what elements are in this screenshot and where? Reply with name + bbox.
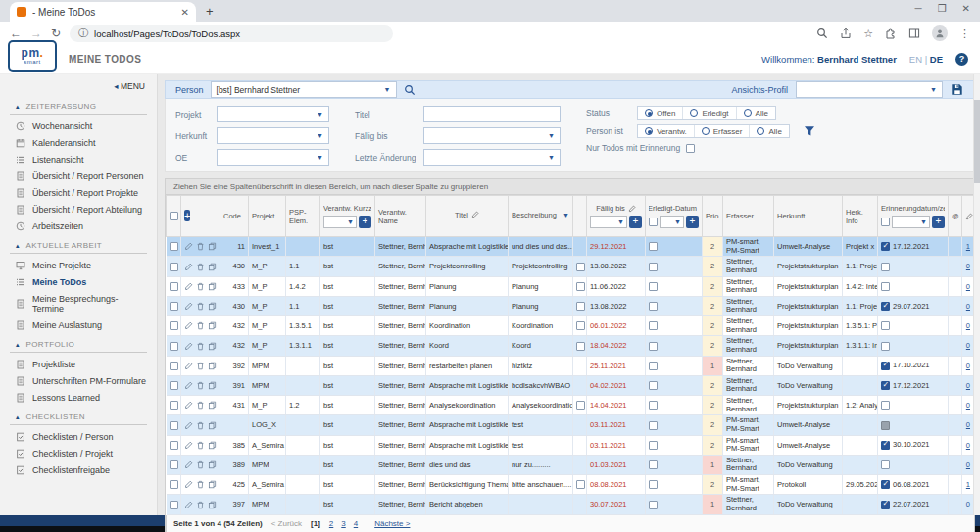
side-panel-icon[interactable] (908, 27, 920, 39)
checkbox[interactable] (881, 342, 890, 351)
kurzz-filter-add[interactable]: + (359, 216, 371, 228)
delete-row-icon[interactable] (196, 500, 205, 508)
count-link[interactable]: 0 (965, 401, 970, 410)
edit-row-icon[interactable] (184, 401, 193, 410)
herkunft-select[interactable]: ▼ (217, 127, 329, 144)
count-link[interactable]: 0 (965, 441, 970, 450)
col-erledigt[interactable]: Erledigt-Datum ▼+ (646, 196, 703, 237)
checkbox[interactable] (649, 501, 658, 509)
share-icon[interactable] (840, 27, 852, 39)
edit-row-icon[interactable] (184, 361, 193, 369)
sidebar-item[interactable]: Checklistenfreigabe (0, 461, 157, 478)
checkbox[interactable] (881, 421, 890, 430)
section-collapse-icon[interactable]: ▴ (16, 242, 20, 250)
todo-row[interactable]: 425A_SemirabstStettner, BernhardBerücksi… (167, 475, 974, 495)
erledigt-filter-checkbox[interactable] (649, 218, 658, 226)
delete-row-icon[interactable] (196, 361, 205, 369)
sidebar-section-title[interactable]: ▴CHECKLISTEN (0, 406, 157, 424)
todo-row[interactable]: 391MPMbstStettner, BernhardAbsprache mit… (167, 375, 974, 395)
delete-row-icon[interactable] (196, 381, 205, 390)
sidebar-item[interactable]: Checklisten / Person (0, 428, 157, 445)
checkbox[interactable] (170, 302, 178, 311)
filter-funnel-icon[interactable] (804, 125, 815, 137)
todo-row[interactable]: 432M_P1.3.5.1bstStettner, BernhardKoordi… (167, 316, 974, 336)
checkbox[interactable] (170, 501, 178, 509)
group-by-bar[interactable]: Ziehen Sie eine Spaltenüberschrift in di… (165, 178, 974, 195)
site-info-icon[interactable]: ⓘ (78, 26, 88, 40)
letzte-aenderung-select[interactable]: ▼ (423, 149, 561, 166)
checkbox[interactable] (881, 501, 890, 509)
bookmark-star-icon[interactable]: ☆ (863, 27, 873, 40)
edit-row-icon[interactable] (184, 281, 193, 290)
checkbox[interactable] (881, 302, 890, 311)
delete-row-icon[interactable] (196, 420, 205, 429)
sidebar-item[interactable]: Meine ToDos (0, 273, 157, 290)
erinnerung-col-checkbox[interactable] (881, 218, 890, 226)
count-link[interactable]: 1 (965, 242, 970, 251)
edit-row-icon[interactable] (184, 262, 193, 270)
todo-row[interactable]: 431M_P1.2bstStettner, BernhardAnalysekoo… (167, 396, 974, 415)
window-minimize-icon[interactable]: ─ (915, 3, 922, 14)
checkbox[interactable] (170, 362, 178, 370)
browser-avatar[interactable] (932, 25, 948, 41)
checkbox[interactable] (576, 263, 585, 271)
checkbox[interactable] (170, 441, 178, 450)
checkbox[interactable] (170, 421, 178, 430)
delete-row-icon[interactable] (196, 460, 205, 469)
checkbox[interactable] (170, 321, 178, 330)
checkbox[interactable] (649, 480, 658, 489)
sidebar-section-title[interactable]: ▴PORTFOLIO (0, 333, 157, 352)
checkbox[interactable] (576, 302, 585, 311)
section-collapse-icon[interactable]: ▴ (16, 103, 20, 111)
checkbox[interactable] (649, 342, 658, 351)
prev-page-link[interactable]: < Zurück (271, 519, 302, 528)
checkbox[interactable] (649, 263, 658, 271)
page-link[interactable]: 4 (354, 519, 358, 528)
checkbox[interactable] (170, 381, 178, 390)
browser-menu-icon[interactable]: ⋮ (959, 27, 970, 40)
edit-row-icon[interactable] (184, 341, 193, 350)
checkbox[interactable] (881, 460, 890, 469)
reload-icon[interactable]: ↻ (51, 26, 61, 40)
col-herkunft[interactable]: Herkunft (774, 196, 843, 237)
add-row-header[interactable]: + (181, 196, 220, 237)
sidebar-section-title[interactable]: ▴ZEITERFASSUNG (0, 95, 157, 114)
sidebar-item[interactable]: Übersicht / Report Abteilung (0, 201, 157, 218)
count-link[interactable]: 0 (965, 341, 970, 350)
checkbox[interactable] (649, 421, 658, 430)
language-switch[interactable]: EN | DE (909, 54, 943, 65)
count-link[interactable]: 0 (965, 381, 970, 390)
status-option[interactable]: Erledigt (683, 107, 736, 119)
copy-row-icon[interactable] (208, 302, 217, 311)
sidebar-section-title[interactable]: ▴AKTUELLE ARBEIT (0, 234, 157, 253)
edit-row-icon[interactable] (184, 440, 193, 449)
col-erfasser[interactable]: Erfasser (723, 196, 774, 237)
checkbox[interactable] (576, 342, 585, 351)
sidebar-item[interactable]: Unterschriften PM-Formulare (0, 372, 157, 389)
sidebar-item[interactable]: Übersicht / Report Projekte (0, 184, 157, 201)
menu-collapse-button[interactable]: ◂ MENU (0, 77, 157, 95)
count-link[interactable]: 0 (965, 262, 970, 270)
checkbox[interactable] (170, 460, 178, 469)
page-link[interactable]: 3 (341, 519, 345, 528)
todo-row[interactable]: LOG_XbstStettner, BernhardAbsprache mit … (167, 415, 974, 435)
checkbox[interactable] (576, 321, 585, 330)
back-icon[interactable]: ← (10, 26, 22, 40)
faellig-bis-select[interactable]: ▼ (423, 127, 561, 144)
checkbox[interactable] (881, 480, 890, 489)
copy-row-icon[interactable] (208, 281, 217, 290)
person-search-icon[interactable] (404, 84, 416, 96)
checkbox[interactable] (881, 441, 890, 450)
checkbox[interactable] (881, 263, 890, 271)
col-kurzz[interactable]: Verantw. Kurzz. ▼+ (320, 196, 375, 237)
todo-row[interactable]: 385A_SemirabstStettner, BernhardAbsprach… (167, 435, 974, 455)
count-link[interactable]: 0 (965, 460, 970, 469)
copy-row-icon[interactable] (208, 500, 217, 508)
count-link[interactable]: 0 (965, 282, 970, 291)
delete-row-icon[interactable] (196, 262, 205, 270)
help-icon[interactable]: ? (956, 53, 968, 66)
todo-row[interactable]: 392MPMbstStettner, Bernhardrestarbeiten … (167, 356, 974, 375)
checkbox[interactable] (881, 381, 890, 390)
edit-row-icon[interactable] (184, 420, 193, 429)
edit-row-icon[interactable] (184, 242, 193, 251)
